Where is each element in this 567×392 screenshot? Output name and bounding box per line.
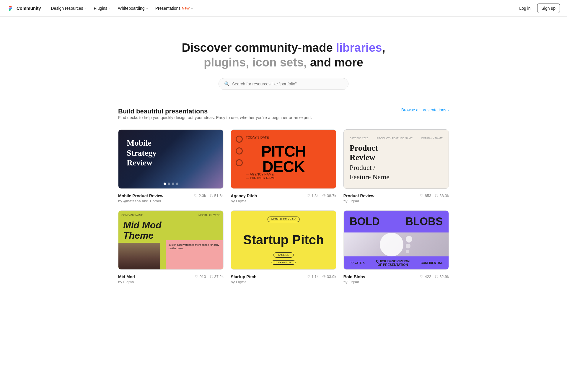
card-author: by Figma — [231, 280, 256, 284]
thumb-bold-private: PRIVATE & — [350, 261, 365, 265]
card-thumbnail: TODAY'S DATE PITCHDECK — AGENCY NAME— PA… — [231, 129, 336, 189]
heart-icon: ♡ — [307, 274, 310, 279]
card-mid-mod[interactable]: COMPANY NAME MONTH XX YEAR Mid ModTheme … — [118, 210, 224, 284]
thumb-midmod-pink: Just in case you need more space for cop… — [166, 240, 223, 269]
users-count: 37.2k — [214, 274, 224, 279]
card-users: ⚇ 32.9k — [435, 274, 449, 279]
heart-icon: ♡ — [195, 274, 198, 279]
likes-count: 1.3k — [311, 193, 319, 198]
card-info: Mobile Product Review by @natasha and 1 … — [118, 189, 224, 203]
card-title: Mid Mod — [118, 274, 135, 279]
card-bottom: Product Review by Figma ♡ 853 ⚇ 38.3k — [343, 193, 449, 203]
nav-auth: Log in Sign up — [515, 4, 560, 13]
heart-icon: ♡ — [420, 274, 423, 279]
thumb-agency-date: TODAY'S DATE — [246, 136, 269, 139]
card-text: Product Review by Figma — [343, 193, 374, 203]
person-icon: ⚇ — [322, 193, 326, 198]
chevron-down-icon: ⌄ — [191, 6, 193, 10]
card-thumbnail: DATE XX, 2023 PRODUCT / FEATURE NAME COM… — [343, 129, 449, 189]
card-text: Agency Pitch by Figma — [231, 193, 257, 203]
card-bottom: Agency Pitch by Figma ♡ 1.3k ⚇ 38.7k — [231, 193, 336, 203]
card-author: by Figma — [231, 199, 257, 203]
person-icon: ⚇ — [210, 274, 213, 279]
hero-title-andmore: and more — [307, 56, 363, 69]
search-icon: 🔍 — [224, 81, 230, 87]
search-input[interactable] — [232, 82, 343, 86]
card-likes: ♡ 853 — [420, 193, 431, 198]
card-title: Bold Blobs — [343, 274, 365, 279]
hero-title-plugins: plugins — [204, 56, 246, 69]
users-count: 33.9k — [327, 274, 336, 279]
chevron-down-icon: ⌄ — [84, 6, 87, 10]
card-agency-pitch[interactable]: TODAY'S DATE PITCHDECK — AGENCY NAME— PA… — [231, 129, 336, 203]
presentations-section: Build beautiful presentations Find decks… — [106, 108, 461, 302]
heart-icon: ♡ — [420, 193, 423, 198]
card-title: Product Review — [343, 193, 374, 198]
section-header-left: Build beautiful presentations Find decks… — [118, 108, 312, 127]
thumb-agency-names: — AGENCY NAME— PARTNER NAME — [246, 173, 275, 180]
card-bold-blobs[interactable]: BOLD BLOBS — [343, 210, 449, 284]
likes-count: 1.1k — [311, 274, 319, 279]
thumb-bold-title-right: BLOBS — [405, 215, 443, 228]
hero-title-plain: Discover community-made — [182, 41, 336, 54]
chevron-down-icon: ⌄ — [146, 6, 148, 10]
thumb-startup-tagline: TAGLINE — [273, 252, 294, 258]
browse-all-link[interactable]: Browse all presentations › — [401, 108, 449, 112]
thumb-agency-title: PITCHDECK — [261, 144, 306, 174]
card-thumbnail: MONTH XX YEAR Startup Pitch TAGLINE CONF… — [231, 210, 336, 270]
person-icon: ⚇ — [210, 193, 213, 198]
card-text: Startup Pitch by Figma — [231, 274, 256, 284]
cards-grid: MobileStrategyReview Mobile Product Revi… — [118, 129, 449, 284]
card-bottom: Mid Mod by Figma ♡ 910 ⚇ 37.2k — [118, 274, 224, 284]
section-header: Build beautiful presentations Find decks… — [118, 108, 449, 127]
thumb-company-label: COMPANY NAME — [121, 214, 143, 217]
card-thumbnail: COMPANY NAME MONTH XX YEAR Mid ModTheme … — [118, 210, 224, 270]
card-info: Product Review by Figma ♡ 853 ⚇ 38.3k — [343, 189, 449, 203]
thumb-midmod-caption: Just in case you need more space for cop… — [169, 243, 220, 251]
chevron-down-icon: ⌄ — [108, 6, 111, 10]
users-count: 38.3k — [439, 193, 449, 198]
search-box[interactable]: 🔍 — [219, 78, 348, 90]
person-icon: ⚇ — [322, 274, 326, 279]
card-text: Mid Mod by Figma — [118, 274, 135, 284]
nav-logo[interactable]: Community — [7, 5, 41, 12]
likes-count: 422 — [425, 274, 431, 279]
card-startup-pitch[interactable]: MONTH XX YEAR Startup Pitch TAGLINE CONF… — [231, 210, 336, 284]
hero-title-iconsets: icon sets — [252, 56, 303, 69]
card-mobile-product-review[interactable]: MobileStrategyReview Mobile Product Revi… — [118, 129, 224, 203]
nav-links: Design resources ⌄ Plugins ⌄ Whiteboardi… — [48, 4, 515, 12]
signup-button[interactable]: Sign up — [537, 4, 560, 13]
nav-item-presentations[interactable]: Presentations New ⌄ — [152, 4, 196, 12]
card-info: Agency Pitch by Figma ♡ 1.3k ⚇ 38.7k — [231, 189, 336, 203]
thumb-product-title: ProductReviewProduct /Feature Name — [350, 143, 443, 181]
login-button[interactable]: Log in — [515, 4, 535, 13]
card-text: Bold Blobs by Figma — [343, 274, 365, 284]
users-count: 32.9k — [439, 274, 449, 279]
card-users: ⚇ 38.7k — [322, 193, 336, 198]
nav-item-design-resources[interactable]: Design resources ⌄ — [48, 4, 90, 12]
card-title: Agency Pitch — [231, 193, 257, 198]
card-info: Bold Blobs by Figma ♡ 422 ⚇ 32.9k — [343, 270, 449, 284]
thumb-bold-header: BOLD BLOBS — [344, 211, 449, 232]
card-meta: ♡ 2.3k ⚇ 51.6k — [194, 193, 224, 198]
card-thumbnail: BOLD BLOBS — [343, 210, 449, 270]
thumb-product-meta: DATE XX, 2023 PRODUCT / FEATURE NAME COM… — [350, 137, 443, 140]
thumb-date-label: MONTH XX YEAR — [198, 214, 220, 217]
nav-item-whiteboarding[interactable]: Whiteboarding ⌄ — [115, 4, 151, 12]
card-product-review[interactable]: DATE XX, 2023 PRODUCT / FEATURE NAME COM… — [343, 129, 449, 203]
nav-item-plugins[interactable]: Plugins ⌄ — [91, 4, 114, 12]
thumb-mobile-title: MobileStrategyReview — [127, 138, 157, 168]
card-users: ⚇ 37.2k — [210, 274, 224, 279]
thumb-ring-2 — [236, 147, 243, 154]
thumb-startup-confidential: CONFIDENTIAL — [272, 260, 296, 265]
hero-title: Discover community-made libraries, plugi… — [180, 40, 387, 70]
hero-title-libraries: libraries — [336, 41, 382, 54]
card-meta: ♡ 910 ⚇ 37.2k — [195, 274, 224, 279]
card-info: Mid Mod by Figma ♡ 910 ⚇ 37.2k — [118, 270, 224, 284]
section-title: Build beautiful presentations — [118, 108, 312, 115]
thumb-ring-3 — [236, 159, 243, 166]
card-author: by Figma — [343, 280, 365, 284]
thumb-bold-footer: PRIVATE & QUICK DESCRIPTIONOF PRESENTATI… — [344, 256, 449, 269]
users-count: 51.6k — [214, 193, 224, 198]
chevron-right-icon: › — [447, 108, 449, 112]
